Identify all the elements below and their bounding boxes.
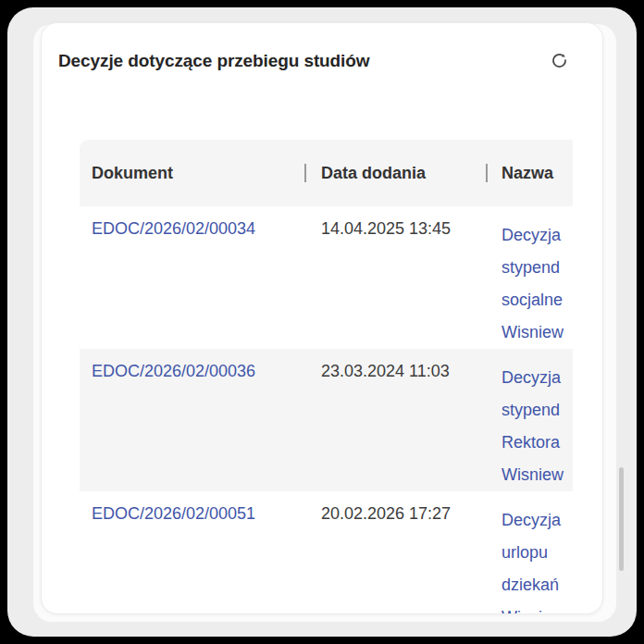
refresh-button[interactable] (549, 51, 569, 71)
document-link[interactable]: EDOC/2026/02/00034 (92, 219, 255, 238)
column-header-data-dodania[interactable]: Data dodania (307, 164, 486, 183)
table-row: EDOC/2026/02/00034 14.04.2025 13:45 Decy… (80, 206, 573, 349)
table-row: EDOC/2026/02/00051 20.02.2026 17:27 Decy… (80, 491, 573, 614)
document-link[interactable]: EDOC/2026/02/00051 (92, 504, 255, 523)
date-added-cell: 23.03.2024 11:03 (307, 349, 486, 381)
column-header-nazwa[interactable]: Nazwa (486, 164, 573, 183)
column-header-dokument[interactable]: Dokument (80, 164, 307, 183)
document-name-link[interactable]: Decyzja stypend Rektora Wisniew (486, 349, 573, 491)
table-row: EDOC/2026/02/00036 23.03.2024 11:03 Decy… (80, 349, 573, 491)
scrollbar-thumb[interactable] (619, 467, 624, 571)
table-header-row: Dokument Data dodania Nazwa (80, 140, 573, 206)
column-separator (486, 164, 488, 182)
date-added-cell: 20.02.2026 17:27 (307, 491, 486, 524)
column-separator (304, 164, 306, 182)
decisions-card: Decyzje dotyczące przebiegu studiów Doku… (41, 22, 603, 614)
date-added-cell: 14.04.2025 13:45 (307, 206, 486, 239)
document-name-link[interactable]: Decyzja stypend socjalne Wisniew (486, 206, 573, 349)
document-link[interactable]: EDOC/2026/02/00036 (92, 362, 255, 380)
card-title: Decyzje dotyczące przebiegu studiów (58, 51, 369, 71)
documents-table: Dokument Data dodania Nazwa EDOC/2026/02… (80, 140, 573, 614)
document-name-link[interactable]: Decyzja urlopu dziekań Wisniew (486, 491, 573, 614)
refresh-icon (550, 59, 569, 73)
